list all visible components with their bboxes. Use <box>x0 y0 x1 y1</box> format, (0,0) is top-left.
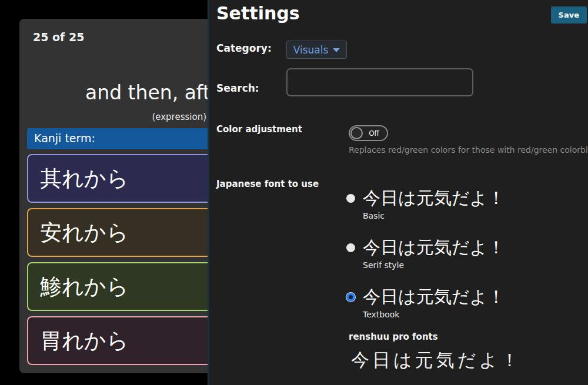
settings-title: Settings <box>216 3 300 24</box>
font-sample-basic: 今日は元気だよ！ <box>363 186 505 210</box>
font-option-name-textbook: Textbook <box>363 310 399 319</box>
search-label: Search: <box>216 82 259 94</box>
answer-option-label: 胃れから <box>40 326 129 356</box>
renshuu-pro-fonts-label: renshuu pro fonts <box>349 332 438 342</box>
answer-option-label: 鯵れから <box>40 272 129 302</box>
color-adjustment-label: Color adjustment <box>216 124 302 135</box>
category-label: Category: <box>216 42 272 54</box>
japanese-font-label: Japanese font to use <box>216 179 319 189</box>
font-sample-pro: 今日は元気だよ！ <box>351 348 522 373</box>
category-selected-value: Visuals <box>293 44 329 56</box>
quiz-question-text: and then, aft <box>85 81 211 104</box>
settings-panel: Settings Save Category: Visuals Search: … <box>208 0 588 385</box>
font-option-textbook[interactable]: 今日は元気だよ！ <box>346 285 505 309</box>
color-adjustment-toggle[interactable]: Off <box>349 125 388 141</box>
radio-button-basic[interactable] <box>346 194 355 203</box>
search-input[interactable] <box>286 68 473 96</box>
quiz-question-type: (expression) <box>19 112 206 122</box>
save-button[interactable]: Save <box>551 6 587 24</box>
radio-button-serif[interactable] <box>346 243 355 252</box>
quiz-progress: 25 of 25 <box>33 31 84 43</box>
toggle-knob <box>350 127 363 139</box>
chevron-down-icon <box>333 48 340 52</box>
screen: 25 of 25 and then, aft (expression) Kanj… <box>0 0 588 385</box>
category-dropdown[interactable]: Visuals <box>286 41 347 59</box>
font-option-serif[interactable]: 今日は元気だよ！ <box>346 236 505 260</box>
font-option-basic[interactable]: 今日は元気だよ！ <box>346 186 505 210</box>
answer-option-label: 安れから <box>40 218 129 247</box>
toggle-state-label: Off <box>363 129 387 138</box>
font-option-name-basic: Basic <box>363 211 385 220</box>
radio-button-textbook[interactable] <box>346 293 355 302</box>
answer-option-label: 其れから <box>40 164 129 193</box>
color-adjustment-description: Replaces red/green colors for those with… <box>349 145 588 155</box>
font-sample-textbook: 今日は元気だよ！ <box>363 285 505 309</box>
font-option-name-serif: Serif style <box>363 260 404 270</box>
font-sample-serif: 今日は元気だよ！ <box>363 236 505 260</box>
